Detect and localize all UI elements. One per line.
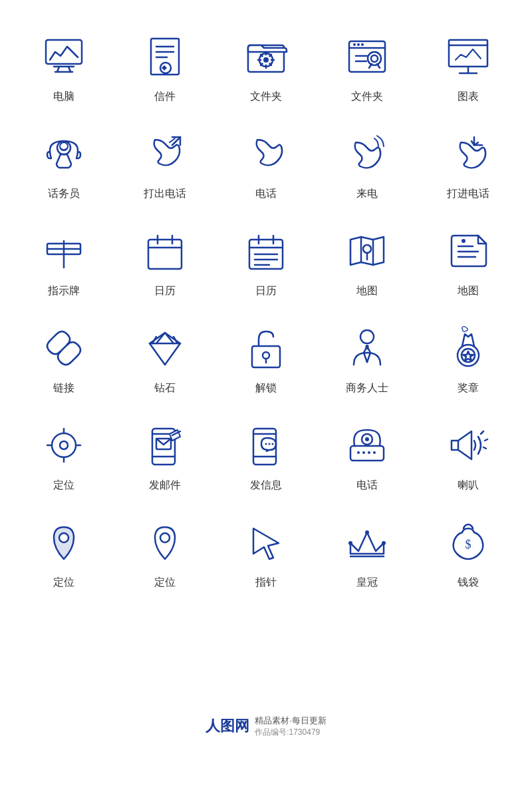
pointer-icon (239, 516, 293, 569)
svg-point-24 (357, 43, 360, 46)
icon-cell-moneybag: $ 钱袋 (418, 506, 519, 596)
map1-label: 地图 (356, 284, 378, 298)
icon-cell-incoming: 来电 (317, 117, 418, 208)
send-message-label: 发信息 (250, 479, 282, 493)
call-out-label: 打出电话 (144, 187, 186, 201)
svg-point-73 (263, 352, 269, 359)
icon-cell-phone: 电话 (215, 117, 317, 208)
icon-cell-unlock: 解锁 (215, 311, 317, 402)
icon-cell-call-in: 打进电话 (418, 117, 519, 208)
icon-cell-folder1: 文件夹 (215, 20, 317, 110)
svg-point-112 (160, 533, 170, 542)
svg-point-83 (52, 433, 76, 457)
icon-cell-calendar1: 日历 (114, 214, 215, 305)
calendar2-icon (239, 224, 293, 278)
icon-cell-sign: 指示牌 (13, 214, 114, 305)
svg-rect-47 (148, 240, 182, 269)
diamond-icon (138, 321, 192, 375)
calendar1-label: 日历 (154, 284, 176, 298)
megaphone-icon (442, 419, 495, 472)
svg-marker-82 (463, 351, 473, 361)
icon-cell-computer: 电脑 (13, 20, 114, 110)
svg-line-29 (377, 64, 380, 68)
link-label: 链接 (53, 381, 74, 395)
map2-label: 地图 (458, 284, 479, 298)
svg-point-26 (368, 52, 381, 65)
location-target-icon (37, 419, 90, 472)
svg-line-41 (172, 137, 180, 145)
icon-cell-map2: 地图 (418, 214, 519, 305)
svg-line-77 (367, 353, 370, 362)
calendar2-label: 日历 (255, 284, 277, 298)
pin2-icon (138, 516, 192, 569)
svg-point-98 (269, 443, 271, 445)
calendar1-icon (138, 224, 192, 278)
icon-cell-pin2: 定位 (114, 506, 215, 596)
pointer-label: 指针 (255, 576, 277, 590)
medal-icon (442, 321, 495, 375)
svg-point-114 (365, 530, 369, 534)
svg-point-25 (361, 43, 364, 46)
svg-point-106 (373, 451, 376, 454)
map1-icon (340, 224, 394, 278)
svg-point-75 (360, 330, 374, 343)
svg-point-104 (362, 451, 365, 454)
svg-rect-32 (449, 40, 487, 67)
svg-point-65 (462, 239, 466, 243)
watermark: 人图网 精品素材·每日更新 作品编号:1730479 (0, 711, 532, 742)
svg-line-110 (483, 447, 486, 449)
svg-line-28 (369, 64, 372, 68)
icon-cell-pin1: 定位 (13, 506, 114, 596)
folder1-label: 文件夹 (250, 90, 282, 104)
unlock-icon (239, 321, 293, 375)
svg-rect-72 (252, 346, 280, 367)
icon-cell-calendar2: 日历 (215, 214, 317, 305)
svg-line-19 (270, 55, 272, 57)
chart-label: 图表 (458, 90, 479, 104)
location-target-label: 定位 (53, 479, 74, 493)
svg-point-105 (368, 451, 370, 454)
svg-line-17 (261, 55, 263, 57)
svg-point-115 (348, 541, 352, 545)
svg-point-37 (60, 142, 68, 150)
watermark-logo: 人图网 (205, 716, 249, 736)
icon-cell-call-out: 打出电话 (114, 117, 215, 208)
pin1-label: 定位 (53, 576, 74, 590)
call-in-icon (442, 127, 495, 180)
svg-point-60 (363, 245, 371, 253)
icon-cell-diamond: 钻石 (114, 311, 215, 402)
computer-icon (37, 30, 90, 83)
svg-point-97 (265, 443, 267, 445)
svg-point-99 (272, 443, 274, 445)
send-mail-label: 发邮件 (149, 479, 181, 493)
icon-cell-map1: 地图 (317, 214, 418, 305)
operator-label: 话务员 (48, 187, 80, 201)
crown-label: 皇冠 (356, 576, 378, 590)
moneybag-label: 钱袋 (458, 576, 479, 590)
watermark-content: 人图网 精品素材·每日更新 作品编号:1730479 (195, 711, 337, 742)
svg-point-23 (353, 43, 356, 46)
icon-cell-telephone: 电话 (317, 409, 418, 499)
pin1-icon (37, 516, 90, 569)
megaphone-label: 喇叭 (458, 479, 479, 493)
crown-icon (340, 516, 394, 569)
icon-cell-folder2: 文件夹 (317, 20, 418, 110)
svg-text:$: $ (466, 538, 471, 551)
folder1-icon (239, 30, 293, 83)
icon-cell-chart: 图表 (418, 20, 519, 110)
icon-cell-businessman: 商务人士 (317, 311, 418, 402)
icon-cell-medal: 奖章 (418, 311, 519, 402)
send-mail-icon (138, 419, 192, 472)
sign-icon (37, 224, 90, 278)
watermark-id: 作品编号:1730479 (255, 727, 327, 738)
icon-cell-megaphone: 喇叭 (418, 409, 519, 499)
svg-point-84 (60, 441, 68, 449)
svg-rect-100 (350, 446, 384, 461)
svg-point-27 (371, 55, 378, 62)
pin2-label: 定位 (154, 576, 176, 590)
svg-line-20 (261, 64, 263, 66)
phone-label: 电话 (255, 187, 277, 201)
svg-point-103 (357, 451, 360, 454)
call-in-label: 打进电话 (447, 187, 489, 201)
svg-line-108 (481, 431, 483, 434)
